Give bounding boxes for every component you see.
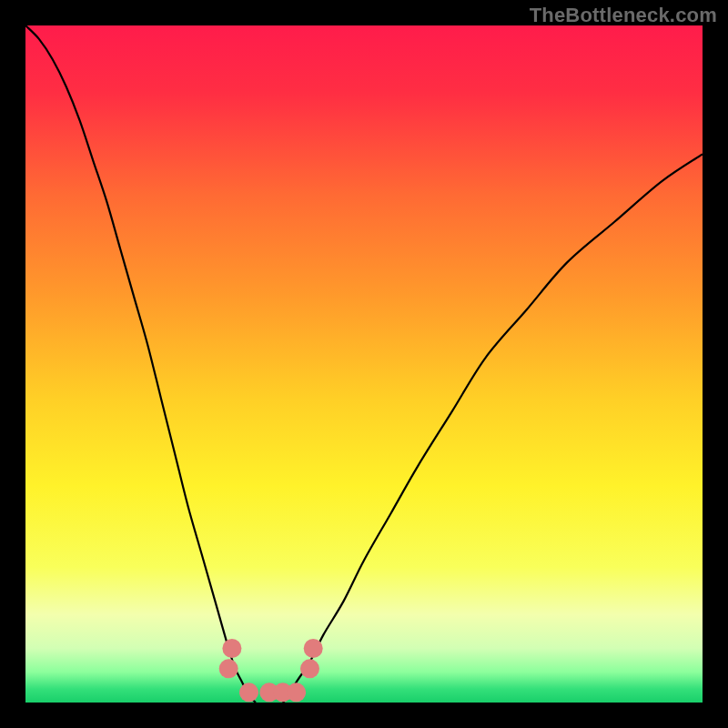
data-marker [239,682,258,702]
data-marker [300,659,319,678]
watermark-text: TheBottleneck.com [530,4,717,27]
data-marker [287,682,306,702]
data-marker [219,659,238,678]
bottleneck-curve-chart [25,25,703,703]
gradient-background [25,25,703,703]
data-marker [222,639,241,658]
chart-frame [25,25,703,703]
data-marker [304,639,323,658]
